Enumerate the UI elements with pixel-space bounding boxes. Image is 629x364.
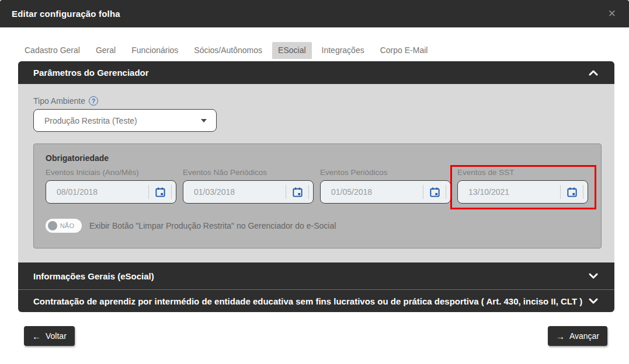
- field-eventos-iniciais: Eventos Iniciais (Ano/Mês) 08/01/2018: [46, 168, 176, 204]
- section-parametros-gerenciador[interactable]: Parâmetros do Gerenciador: [18, 61, 614, 84]
- section-title: Contratação de aprendiz por intermédio d…: [33, 296, 582, 306]
- arrow-right-icon: →: [556, 332, 565, 341]
- tab-socios-autonomos[interactable]: Sócios/Autônomos: [188, 42, 268, 59]
- tipo-ambiente-label: Tipo Ambiente: [33, 96, 85, 106]
- tab-integracoes[interactable]: Integrações: [316, 42, 370, 59]
- divider: [583, 185, 583, 199]
- calendar-icon[interactable]: [561, 187, 583, 198]
- limpar-producao-toggle-row: NÃO Exibir Botão "Limpar Produção Restri…: [46, 219, 588, 233]
- tipo-ambiente-value: Produção Restrita (Teste): [44, 116, 137, 125]
- date-value: 01/05/2018: [321, 187, 423, 197]
- parametros-panel: Tipo Ambiente ? Produção Restrita (Teste…: [18, 84, 614, 262]
- field-label: Eventos Não Periódicos: [183, 168, 314, 177]
- field-eventos-nao-periodicos: Eventos Não Periódicos 01/03/2018: [183, 168, 314, 204]
- field-label: Eventos Periódicos: [320, 168, 451, 177]
- tipo-ambiente-select[interactable]: Produção Restrita (Teste): [33, 109, 217, 132]
- toggle-knob: [48, 221, 57, 230]
- calendar-icon[interactable]: [149, 187, 171, 198]
- field-label: Eventos de SST: [457, 168, 588, 177]
- tab-funcionarios[interactable]: Funcionários: [126, 42, 184, 59]
- eventos-nao-periodicos-input[interactable]: 01/03/2018: [183, 180, 314, 204]
- section-title: Parâmetros do Gerenciador: [33, 68, 149, 78]
- date-value: 13/10/2021: [458, 187, 560, 197]
- section-title: Informações Gerais (eSocial): [33, 271, 154, 281]
- modal-title: Editar configuração folha: [12, 9, 120, 19]
- section-informacoes-gerais[interactable]: Informações Gerais (eSocial): [18, 262, 614, 289]
- obrigatoriedade-title: Obrigatoriedade: [46, 153, 588, 163]
- toggle-state: NÃO: [57, 222, 77, 229]
- voltar-button[interactable]: ← Voltar: [24, 326, 75, 346]
- chevron-down-icon: [201, 119, 207, 123]
- modal-titlebar: Editar configuração folha ✕: [0, 0, 629, 27]
- chevron-down-icon[interactable]: [589, 273, 598, 279]
- eventos-iniciais-input[interactable]: 08/01/2018: [46, 180, 176, 204]
- field-eventos-periodicos: Eventos Periódicos 01/05/2018: [320, 168, 451, 204]
- tab-esocial[interactable]: ESocial: [272, 42, 311, 59]
- tab-bar: Cadastro Geral Geral Funcionários Sócios…: [0, 27, 629, 61]
- chevron-up-icon[interactable]: [589, 70, 598, 76]
- chevron-down-icon[interactable]: [589, 298, 598, 304]
- divider: [446, 185, 446, 199]
- eventos-sst-input[interactable]: 13/10/2021: [457, 180, 588, 204]
- tab-cadastro-geral[interactable]: Cadastro Geral: [19, 42, 86, 59]
- field-label: Eventos Iniciais (Ano/Mês): [46, 168, 176, 177]
- date-value: 08/01/2018: [46, 187, 148, 197]
- tab-corpo-email[interactable]: Corpo E-Mail: [374, 42, 434, 59]
- close-icon[interactable]: ✕: [604, 6, 620, 21]
- voltar-label: Voltar: [46, 331, 67, 341]
- edit-payroll-config-modal: Editar configuração folha ✕ Cadastro Ger…: [0, 0, 629, 364]
- modal-footer: ← Voltar → Avançar: [24, 326, 607, 346]
- section-contratacao-aprendiz[interactable]: Contratação de aprendiz por intermédio d…: [18, 289, 614, 312]
- help-icon[interactable]: ?: [89, 96, 98, 106]
- divider: [171, 185, 172, 199]
- toggle-label: Exibir Botão "Limpar Produção Restrita" …: [89, 221, 336, 230]
- limpar-producao-toggle[interactable]: NÃO: [46, 219, 82, 233]
- tipo-ambiente-label-row: Tipo Ambiente ?: [33, 96, 602, 106]
- divider: [308, 185, 309, 199]
- obrigatoriedade-box: Obrigatoriedade Eventos Iniciais (Ano/Mê…: [33, 144, 602, 249]
- tab-geral[interactable]: Geral: [90, 42, 121, 59]
- field-eventos-sst: Eventos de SST 13/10/2021: [457, 168, 588, 204]
- avancar-label: Avançar: [569, 331, 599, 341]
- arrow-left-icon: ←: [32, 332, 41, 341]
- calendar-icon[interactable]: [286, 187, 308, 198]
- date-fields-row: Eventos Iniciais (Ano/Mês) 08/01/2018: [46, 168, 588, 204]
- date-value: 01/03/2018: [183, 187, 286, 197]
- avancar-button[interactable]: → Avançar: [548, 326, 607, 346]
- eventos-periodicos-input[interactable]: 01/05/2018: [320, 180, 451, 204]
- calendar-icon[interactable]: [423, 187, 446, 198]
